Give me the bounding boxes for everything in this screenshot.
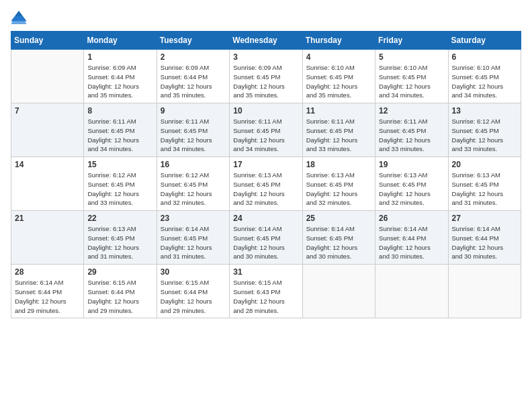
day-number: 9	[161, 106, 226, 116]
calendar-cell: 4Sunrise: 6:10 AM Sunset: 6:45 PM Daylig…	[302, 50, 375, 103]
day-info: Sunrise: 6:12 AM Sunset: 6:45 PM Dayligh…	[161, 171, 226, 208]
day-number: 1	[87, 52, 152, 62]
calendar-cell: 14	[11, 157, 84, 211]
day-info: Sunrise: 6:14 AM Sunset: 6:44 PM Dayligh…	[452, 224, 517, 261]
calendar-cell	[448, 265, 521, 318]
day-info: Sunrise: 6:14 AM Sunset: 6:44 PM Dayligh…	[379, 224, 444, 261]
day-info: Sunrise: 6:13 AM Sunset: 6:45 PM Dayligh…	[452, 171, 517, 208]
calendar-cell: 27Sunrise: 6:14 AM Sunset: 6:44 PM Dayli…	[448, 211, 521, 265]
calendar-cell: 24Sunrise: 6:14 AM Sunset: 6:45 PM Dayli…	[230, 211, 302, 265]
day-info: Sunrise: 6:11 AM Sunset: 6:45 PM Dayligh…	[379, 117, 444, 154]
calendar-cell: 13Sunrise: 6:12 AM Sunset: 6:45 PM Dayli…	[448, 103, 521, 157]
day-number: 7	[15, 106, 80, 116]
calendar-cell: 30Sunrise: 6:15 AM Sunset: 6:44 PM Dayli…	[157, 265, 229, 318]
day-info: Sunrise: 6:11 AM Sunset: 6:45 PM Dayligh…	[233, 117, 298, 154]
calendar-cell: 21	[11, 211, 84, 265]
day-number: 16	[161, 160, 226, 169]
day-number: 21	[15, 214, 80, 223]
day-number: 18	[306, 160, 371, 169]
day-header-monday: Monday	[84, 32, 157, 50]
day-number: 8	[87, 106, 152, 116]
day-info: Sunrise: 6:13 AM Sunset: 6:45 PM Dayligh…	[306, 171, 371, 208]
day-header-sunday: Sunday	[11, 32, 84, 50]
day-info: Sunrise: 6:11 AM Sunset: 6:45 PM Dayligh…	[87, 117, 152, 154]
svg-marker-1	[11, 16, 26, 24]
day-info: Sunrise: 6:15 AM Sunset: 6:44 PM Dayligh…	[87, 278, 152, 315]
days-header-row: SundayMondayTuesdayWednesdayThursdayFrid…	[11, 32, 521, 50]
page-header	[11, 11, 521, 24]
calendar-cell: 11Sunrise: 6:11 AM Sunset: 6:45 PM Dayli…	[302, 103, 375, 157]
day-number: 12	[379, 106, 444, 116]
calendar-cell: 28Sunrise: 6:14 AM Sunset: 6:44 PM Dayli…	[11, 265, 84, 318]
day-info: Sunrise: 6:14 AM Sunset: 6:45 PM Dayligh…	[306, 224, 371, 261]
calendar-cell: 16Sunrise: 6:12 AM Sunset: 6:45 PM Dayli…	[157, 157, 229, 211]
day-header-thursday: Thursday	[302, 32, 375, 50]
calendar-cell: 22Sunrise: 6:13 AM Sunset: 6:45 PM Dayli…	[84, 211, 157, 265]
logo	[11, 11, 30, 24]
day-info: Sunrise: 6:10 AM Sunset: 6:45 PM Dayligh…	[379, 63, 444, 100]
day-number: 14	[15, 160, 80, 169]
calendar-cell: 29Sunrise: 6:15 AM Sunset: 6:44 PM Dayli…	[84, 265, 157, 318]
day-info: Sunrise: 6:09 AM Sunset: 6:44 PM Dayligh…	[161, 63, 226, 100]
day-number: 11	[306, 106, 371, 116]
day-info: Sunrise: 6:12 AM Sunset: 6:45 PM Dayligh…	[452, 117, 517, 154]
day-info: Sunrise: 6:13 AM Sunset: 6:45 PM Dayligh…	[233, 171, 298, 208]
calendar-cell: 12Sunrise: 6:11 AM Sunset: 6:45 PM Dayli…	[375, 103, 448, 157]
day-info: Sunrise: 6:09 AM Sunset: 6:45 PM Dayligh…	[233, 63, 298, 100]
day-info: Sunrise: 6:14 AM Sunset: 6:44 PM Dayligh…	[15, 278, 80, 315]
day-number: 25	[306, 214, 371, 223]
day-info: Sunrise: 6:10 AM Sunset: 6:45 PM Dayligh…	[452, 63, 517, 100]
day-info: Sunrise: 6:12 AM Sunset: 6:45 PM Dayligh…	[87, 171, 152, 208]
day-info: Sunrise: 6:14 AM Sunset: 6:45 PM Dayligh…	[233, 224, 298, 261]
week-row-1: 1Sunrise: 6:09 AM Sunset: 6:44 PM Daylig…	[11, 50, 521, 103]
logo-icon	[11, 11, 27, 24]
day-number: 30	[161, 267, 226, 277]
day-number: 23	[161, 214, 226, 223]
day-header-saturday: Saturday	[448, 32, 521, 50]
calendar-cell: 31Sunrise: 6:15 AM Sunset: 6:43 PM Dayli…	[230, 265, 302, 318]
calendar-cell: 20Sunrise: 6:13 AM Sunset: 6:45 PM Dayli…	[448, 157, 521, 211]
day-info: Sunrise: 6:13 AM Sunset: 6:45 PM Dayligh…	[379, 171, 444, 208]
calendar-cell: 15Sunrise: 6:12 AM Sunset: 6:45 PM Dayli…	[84, 157, 157, 211]
calendar-cell: 3Sunrise: 6:09 AM Sunset: 6:45 PM Daylig…	[230, 50, 302, 103]
calendar-cell: 2Sunrise: 6:09 AM Sunset: 6:44 PM Daylig…	[157, 50, 229, 103]
day-number: 31	[233, 267, 298, 277]
calendar-cell: 8Sunrise: 6:11 AM Sunset: 6:45 PM Daylig…	[84, 103, 157, 157]
day-number: 20	[452, 160, 517, 169]
day-header-tuesday: Tuesday	[157, 32, 229, 50]
calendar-cell: 19Sunrise: 6:13 AM Sunset: 6:45 PM Dayli…	[375, 157, 448, 211]
day-info: Sunrise: 6:11 AM Sunset: 6:45 PM Dayligh…	[306, 117, 371, 154]
day-number: 5	[379, 52, 444, 62]
day-info: Sunrise: 6:11 AM Sunset: 6:45 PM Dayligh…	[161, 117, 226, 154]
calendar-cell: 5Sunrise: 6:10 AM Sunset: 6:45 PM Daylig…	[375, 50, 448, 103]
week-row-5: 28Sunrise: 6:14 AM Sunset: 6:44 PM Dayli…	[11, 265, 521, 318]
calendar-cell: 18Sunrise: 6:13 AM Sunset: 6:45 PM Dayli…	[302, 157, 375, 211]
day-info: Sunrise: 6:15 AM Sunset: 6:43 PM Dayligh…	[233, 278, 298, 315]
day-number: 19	[379, 160, 444, 169]
day-info: Sunrise: 6:13 AM Sunset: 6:45 PM Dayligh…	[87, 224, 152, 261]
day-number: 13	[452, 106, 517, 116]
day-number: 15	[87, 160, 152, 169]
day-header-friday: Friday	[375, 32, 448, 50]
calendar-cell: 25Sunrise: 6:14 AM Sunset: 6:45 PM Dayli…	[302, 211, 375, 265]
day-number: 28	[15, 267, 80, 277]
day-number: 2	[161, 52, 226, 62]
day-info: Sunrise: 6:09 AM Sunset: 6:44 PM Dayligh…	[87, 63, 152, 100]
calendar-cell: 26Sunrise: 6:14 AM Sunset: 6:44 PM Dayli…	[375, 211, 448, 265]
day-number: 10	[233, 106, 298, 116]
calendar-cell: 10Sunrise: 6:11 AM Sunset: 6:45 PM Dayli…	[230, 103, 302, 157]
calendar-table: SundayMondayTuesdayWednesdayThursdayFrid…	[11, 31, 521, 318]
day-number: 26	[379, 214, 444, 223]
week-row-2: 78Sunrise: 6:11 AM Sunset: 6:45 PM Dayli…	[11, 103, 521, 157]
calendar-cell	[11, 50, 84, 103]
calendar-cell: 9Sunrise: 6:11 AM Sunset: 6:45 PM Daylig…	[157, 103, 229, 157]
day-number: 29	[87, 267, 152, 277]
day-number: 4	[306, 52, 371, 62]
calendar-cell	[302, 265, 375, 318]
day-number: 17	[233, 160, 298, 169]
calendar-cell	[375, 265, 448, 318]
calendar-cell: 1Sunrise: 6:09 AM Sunset: 6:44 PM Daylig…	[84, 50, 157, 103]
day-info: Sunrise: 6:15 AM Sunset: 6:44 PM Dayligh…	[161, 278, 226, 315]
week-row-4: 2122Sunrise: 6:13 AM Sunset: 6:45 PM Day…	[11, 211, 521, 265]
calendar-cell: 23Sunrise: 6:14 AM Sunset: 6:45 PM Dayli…	[157, 211, 229, 265]
